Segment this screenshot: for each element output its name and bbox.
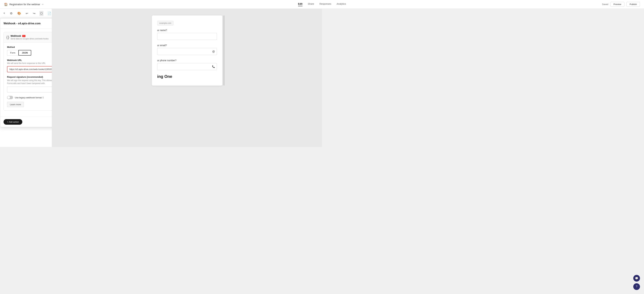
tab-responses[interactable]: Responses xyxy=(320,2,322,6)
popup-header: Webhook - s4.apix-drive.com + Add workfl… xyxy=(0,18,52,29)
url-label: Webhook URL xyxy=(7,59,52,62)
phone-field-label: ur phone number? xyxy=(157,59,217,62)
webhook-card-title: Webhook 🔴 xyxy=(10,34,49,37)
edit-title-icon[interactable]: ✏ xyxy=(42,3,44,6)
url-sublabel: We will send the form response to this U… xyxy=(7,62,52,64)
document-icon[interactable]: 📄 xyxy=(47,11,52,16)
settings-icon[interactable]: ⚙ xyxy=(9,11,13,16)
webhook-card-title-wrap: { } Webhook 🔴 Send data to s3.apix-drive… xyxy=(6,34,49,40)
add-action-button[interactable]: + Add action xyxy=(4,119,22,125)
method-label: Method xyxy=(7,46,52,48)
email-field-label: ur email? xyxy=(157,44,217,47)
name-field-block: ur name? xyxy=(157,29,217,40)
name-field-label: ur name? xyxy=(157,29,217,32)
main-content: + ⚙ 🎨 ↩ ↪ ⬡ 📄 Webhook - s4.apix-drive.co… xyxy=(0,9,322,147)
palette-icon[interactable]: 🎨 xyxy=(16,11,22,16)
home-icon[interactable]: 🏠 xyxy=(4,2,8,6)
webhook-card-body: Method Form JSON Webhook URL We will sen… xyxy=(4,42,52,110)
sig-input-row: Show xyxy=(7,86,52,92)
undo-icon[interactable]: ↩ xyxy=(25,11,29,16)
nav-left: 🏠 Registration for the webinar ✏ xyxy=(4,2,44,6)
form-preview: example.com ur name? ur email? @ ur pho xyxy=(52,9,322,147)
webhook-card-header: { } Webhook 🔴 Send data to s3.apix-drive… xyxy=(4,32,52,42)
top-navbar: 🏠 Registration for the webinar ✏ Edit Sh… xyxy=(0,0,322,9)
side-panel: + ⚙ 🎨 ↩ ↪ ⬡ 📄 Webhook - s4.apix-drive.co… xyxy=(0,9,52,147)
legacy-toggle[interactable] xyxy=(7,96,13,99)
signature-input[interactable] xyxy=(7,86,52,92)
toggle-thumb xyxy=(8,96,10,99)
tab-edit[interactable]: Edit xyxy=(298,2,302,6)
legacy-toggle-row: Use legacy webhook format ℹ xyxy=(7,96,52,99)
webhook-error-badge: 🔴 xyxy=(22,35,26,37)
info-icon[interactable]: ℹ xyxy=(42,96,44,99)
page-title: Registration for the webinar xyxy=(10,3,40,6)
popup-title: Webhook - s4.apix-drive.com xyxy=(4,22,40,25)
phone-input[interactable] xyxy=(157,63,217,70)
share-connections-icon[interactable]: ⬡ xyxy=(40,11,44,16)
toggle-label: Use legacy webhook format ℹ xyxy=(15,96,44,99)
sig-label: Request signature (recommended) xyxy=(7,76,52,78)
webhook-braces-icon: { } xyxy=(6,35,9,40)
webhook-card: { } Webhook 🔴 Send data to s3.apix-drive… xyxy=(4,32,52,110)
url-section: Webhook URL We will send the form respon… xyxy=(7,59,52,72)
form-card: example.com ur name? ur email? @ ur pho xyxy=(152,16,222,86)
name-input[interactable] xyxy=(157,33,217,40)
webhook-card-text: Webhook 🔴 Send data to s3.apix-drive.com… xyxy=(10,34,49,40)
form-url-hint: example.com xyxy=(157,21,174,26)
method-form-button[interactable]: Form xyxy=(7,50,18,56)
add-icon[interactable]: + xyxy=(3,11,6,16)
phone-field-block: ur phone number? 📞 xyxy=(157,59,217,70)
nav-center: Edit Share Responses Analytics xyxy=(298,2,322,6)
workflow-popup: Webhook - s4.apix-drive.com + Add workfl… xyxy=(0,18,52,127)
phone-icon: 📞 xyxy=(212,65,215,68)
webhook-url-input[interactable] xyxy=(7,66,52,72)
popup-footer: + Add action xyxy=(0,117,52,127)
email-input-wrap: @ xyxy=(157,48,217,55)
url-input-row: 🗑 xyxy=(7,66,52,72)
form-scrollbar[interactable] xyxy=(223,16,224,86)
redo-icon[interactable]: ↪ xyxy=(32,11,36,16)
section-title: ing One xyxy=(157,74,217,79)
signature-section: Request signature (recommended) We will … xyxy=(7,76,52,92)
webhook-card-subtitle: Send data to s3.apix-drive.com/web-hooks xyxy=(10,38,49,40)
method-section: Method Form JSON xyxy=(7,46,52,56)
method-json-button[interactable]: JSON xyxy=(18,50,31,56)
tab-share[interactable]: Share xyxy=(308,2,314,6)
method-buttons: Form JSON xyxy=(7,50,52,56)
email-input[interactable] xyxy=(157,48,217,55)
sig-sublabel: We will sign the request using this key.… xyxy=(7,79,52,85)
email-field-block: ur email? @ xyxy=(157,44,217,55)
toolbar: + ⚙ 🎨 ↩ ↪ ⬡ 📄 xyxy=(0,9,52,18)
learn-more-button[interactable]: Learn more xyxy=(7,102,24,107)
popup-scroll-area[interactable]: { } Webhook 🔴 Send data to s3.apix-drive… xyxy=(0,29,52,117)
phone-input-wrap: 📞 xyxy=(157,63,217,70)
email-at-icon: @ xyxy=(212,50,215,53)
